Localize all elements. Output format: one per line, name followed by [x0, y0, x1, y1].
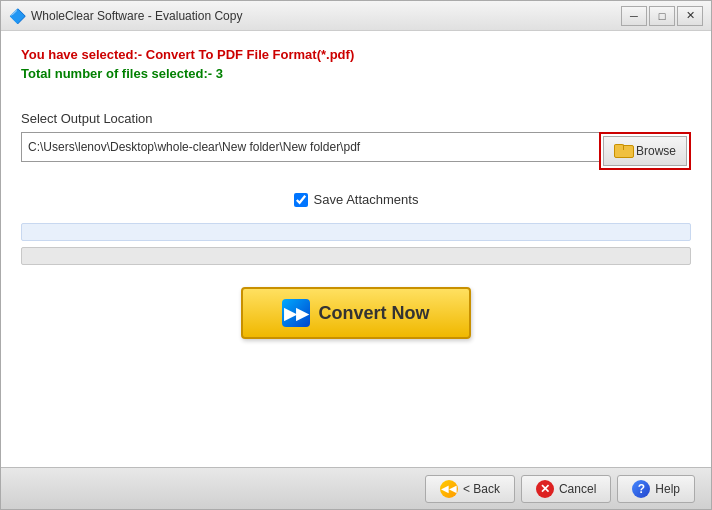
help-icon: ? — [632, 480, 650, 498]
cancel-label: Cancel — [559, 482, 596, 496]
save-attachments-label: Save Attachments — [314, 192, 419, 207]
progress-bar-secondary — [21, 247, 691, 265]
output-row: Browse — [21, 132, 691, 170]
window-controls: ─ □ ✕ — [621, 6, 703, 26]
selected-format-info: You have selected:- Convert To PDF File … — [21, 47, 691, 62]
back-label: < Back — [463, 482, 500, 496]
help-label: Help — [655, 482, 680, 496]
cancel-icon: ✕ — [536, 480, 554, 498]
output-location-section: Select Output Location Browse — [21, 111, 691, 170]
back-button[interactable]: ◀◀ < Back — [425, 475, 515, 503]
app-icon: 🔷 — [9, 8, 25, 24]
main-window: 🔷 WholeClear Software - Evaluation Copy … — [0, 0, 712, 510]
title-bar: 🔷 WholeClear Software - Evaluation Copy … — [1, 1, 711, 31]
convert-icon: ▶▶ — [282, 299, 310, 327]
window-title: WholeClear Software - Evaluation Copy — [31, 9, 621, 23]
output-path-input[interactable] — [21, 132, 599, 162]
file-count-info: Total number of files selected:- 3 — [21, 66, 691, 81]
save-attachments-checkbox[interactable] — [294, 193, 308, 207]
convert-button-row: ▶▶ Convert Now — [21, 287, 691, 339]
browse-button-wrapper: Browse — [599, 132, 691, 170]
save-attachments-row: Save Attachments — [21, 192, 691, 207]
browse-label: Browse — [636, 144, 676, 158]
help-button[interactable]: ? Help — [617, 475, 695, 503]
main-content: You have selected:- Convert To PDF File … — [1, 31, 711, 467]
maximize-button[interactable]: □ — [649, 6, 675, 26]
convert-now-label: Convert Now — [318, 303, 429, 324]
convert-now-button[interactable]: ▶▶ Convert Now — [241, 287, 471, 339]
folder-icon — [614, 144, 632, 158]
progress-area — [21, 223, 691, 265]
cancel-button[interactable]: ✕ Cancel — [521, 475, 611, 503]
output-location-label: Select Output Location — [21, 111, 691, 126]
footer: ◀◀ < Back ✕ Cancel ? Help — [1, 467, 711, 509]
progress-bar-primary — [21, 223, 691, 241]
back-icon: ◀◀ — [440, 480, 458, 498]
close-button[interactable]: ✕ — [677, 6, 703, 26]
minimize-button[interactable]: ─ — [621, 6, 647, 26]
browse-button[interactable]: Browse — [603, 136, 687, 166]
